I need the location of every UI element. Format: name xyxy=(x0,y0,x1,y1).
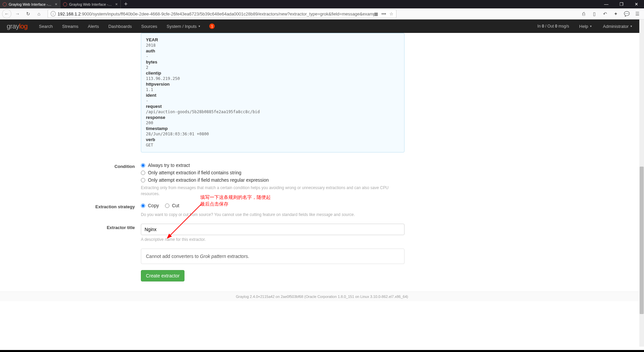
close-icon[interactable]: × xyxy=(55,2,57,7)
nav-sources[interactable]: Sources xyxy=(137,19,162,33)
preview-field-key: bytes xyxy=(146,59,399,64)
preview-field-value: 1.1 xyxy=(146,87,399,92)
scrollbar-thumb[interactable] xyxy=(640,167,644,301)
browser-tab[interactable]: Graylog Web Interface - Gra × xyxy=(60,0,121,8)
condition-label: Condition xyxy=(84,163,141,197)
extractor-preview-box: YEAR2018auth-bytes2clientip113.96.219.25… xyxy=(141,33,405,152)
condition-help: Extracting only from messages that match… xyxy=(141,185,405,197)
undo-icon[interactable]: ↶ xyxy=(600,9,610,18)
window-controls: — ❐ ✕ xyxy=(599,0,644,8)
nav-dashboards[interactable]: Dashboards xyxy=(104,19,137,33)
extractor-title-input[interactable] xyxy=(141,224,405,235)
preview-field-key: timestamp xyxy=(146,126,399,131)
browser-chrome: Graylog Web Interface - New × Graylog We… xyxy=(0,0,644,19)
nav-search[interactable]: Search xyxy=(34,19,57,33)
extractor-title-help: A descriptive name for this extractor. xyxy=(141,236,405,243)
new-tab-button[interactable]: + xyxy=(121,1,131,8)
info-icon[interactable]: i xyxy=(51,11,56,16)
preview-field-key: request xyxy=(146,104,399,109)
condition-option-regex[interactable]: Only attempt extraction if field matches… xyxy=(141,177,405,183)
strategy-radio-cut[interactable] xyxy=(165,204,169,208)
reload-button[interactable]: ↻ xyxy=(23,9,33,18)
chevron-down-icon: ▼ xyxy=(630,25,633,28)
preview-field-value: 28/Jun/2018:03:36:01 +0800 xyxy=(146,132,399,136)
browser-tab[interactable]: Graylog Web Interface - New × xyxy=(0,0,60,8)
page-actions-icon[interactable]: ••• xyxy=(381,11,386,16)
condition-radio-regex[interactable] xyxy=(141,178,145,182)
condition-option-contains[interactable]: Only attempt extraction if field contain… xyxy=(141,170,405,175)
preview-field-key: verb xyxy=(146,137,399,142)
preview-field-key: auth xyxy=(146,48,399,53)
home-button[interactable]: ⌂ xyxy=(34,9,44,18)
preview-field-value: 2 xyxy=(146,65,399,70)
close-icon[interactable]: × xyxy=(115,2,118,7)
tab-favicon-icon xyxy=(63,2,67,6)
address-bar[interactable]: i 192.168.1.2:9000/system/inputs/ff640b0… xyxy=(48,9,396,18)
tab-title: Graylog Web Interface - Gra xyxy=(69,2,112,6)
extractor-form: YEAR2018auth-bytes2clientip113.96.219.25… xyxy=(84,33,560,292)
graylog-logo[interactable]: graylog xyxy=(7,23,28,30)
notification-badge[interactable]: 1 xyxy=(209,24,215,29)
throughput-status: In 0 / Out 0 msg/s xyxy=(533,24,573,29)
menu-icon[interactable]: ☰ xyxy=(633,9,642,18)
preview-field-value: 200 xyxy=(146,121,399,125)
graylog-navbar: graylog Search Streams Alerts Dashboards… xyxy=(0,19,644,33)
browser-toolbar: ← → ↻ ⌂ i 192.168.1.2:9000/system/inputs… xyxy=(0,8,644,19)
nav-administrator[interactable]: Administrator▼ xyxy=(598,19,638,33)
library-icon[interactable]: ⎙ xyxy=(579,9,588,18)
sidebar-icon[interactable]: ▯ xyxy=(590,9,599,18)
condition-radio-always[interactable] xyxy=(141,163,145,168)
strategy-label: Extraction strategy xyxy=(84,203,141,218)
chevron-down-icon: ▼ xyxy=(198,25,201,28)
addon-icon[interactable]: ✦ xyxy=(611,9,621,18)
url-text: 192.168.1.2:9000/system/inputs/ff640b0e-… xyxy=(58,11,374,16)
footer-version: Graylog 2.4.0+2115a42 on 2ae0f503bf68 (O… xyxy=(0,292,644,301)
preview-field-key: ident xyxy=(146,93,399,98)
condition-radio-contains[interactable] xyxy=(141,171,145,175)
strategy-option-cut[interactable]: Cut xyxy=(165,203,179,208)
create-extractor-button[interactable]: Create extractor xyxy=(141,270,184,281)
back-button[interactable]: ← xyxy=(2,9,11,18)
maximize-button[interactable]: ❐ xyxy=(614,0,629,8)
qr-icon[interactable]: ▦ xyxy=(374,11,378,16)
preview-field-key: YEAR xyxy=(146,37,399,42)
preview-field-value: 2018 xyxy=(146,43,399,48)
preview-field-value: - xyxy=(146,54,399,59)
preview-field-value: GET xyxy=(146,143,399,147)
minimize-button[interactable]: — xyxy=(599,0,614,8)
tab-favicon-icon xyxy=(3,2,7,6)
extractor-title-label: Extractor title xyxy=(84,224,141,243)
nav-streams[interactable]: Streams xyxy=(57,19,83,33)
preview-field-key: httpversion xyxy=(146,82,399,87)
preview-field-value: /api/auction-goods/5b28b0885fe2aa195fa8c… xyxy=(146,109,399,114)
nav-alerts[interactable]: Alerts xyxy=(83,19,104,33)
nav-help[interactable]: Help▼ xyxy=(575,19,597,33)
forward-button[interactable]: → xyxy=(13,9,22,18)
strategy-radio-copy[interactable] xyxy=(141,204,145,208)
chevron-down-icon: ▼ xyxy=(590,25,592,28)
scrollbar[interactable] xyxy=(639,19,644,301)
chat-icon[interactable]: 💬 xyxy=(622,9,631,18)
tab-title: Graylog Web Interface - New xyxy=(9,2,52,6)
strategy-option-copy[interactable]: Copy xyxy=(141,203,159,208)
converters-info-box: Cannot add converters to Grok pattern ex… xyxy=(141,249,405,264)
preview-field-value: - xyxy=(146,98,399,103)
nav-system-inputs[interactable]: System / Inputs▼ xyxy=(162,19,206,33)
preview-field-key: response xyxy=(146,115,399,120)
tab-bar: Graylog Web Interface - New × Graylog We… xyxy=(0,0,644,8)
preview-field-value: 113.96.219.250 xyxy=(146,76,399,81)
condition-option-always[interactable]: Always try to extract xyxy=(141,163,405,168)
strategy-help: Do you want to copy or cut from source? … xyxy=(141,212,405,218)
close-window-button[interactable]: ✕ xyxy=(629,0,644,8)
preview-field-key: clientip xyxy=(146,71,399,76)
bookmark-icon[interactable]: ☆ xyxy=(389,11,393,16)
